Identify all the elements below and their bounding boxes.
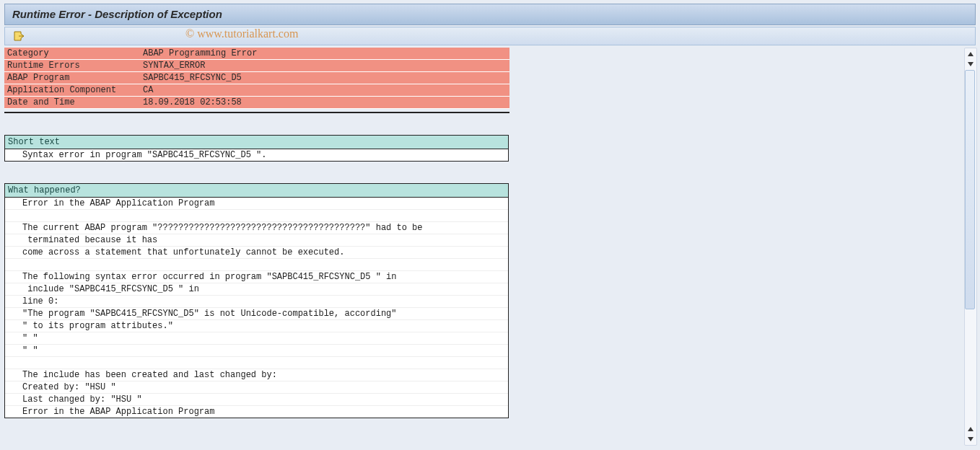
summary-row: CategoryABAP Programming Error xyxy=(4,48,509,60)
summary-label: Runtime Errors xyxy=(4,60,140,72)
text-line xyxy=(5,356,508,369)
text-line: Error in the ABAP Application Program xyxy=(5,198,508,209)
short-text-body: Syntax error in program "SAPBC415_RFCSYN… xyxy=(5,149,508,161)
summary-value: SAPBC415_RFCSYNC_D5 xyxy=(140,72,509,84)
text-line: The include has been created and last ch… xyxy=(5,369,508,381)
text-line: line 0: xyxy=(5,295,508,307)
text-line: Syntax error in program "SAPBC415_RFCSYN… xyxy=(5,149,508,161)
scroll-down-icon[interactable] xyxy=(966,59,976,69)
text-line: come across a statement that unfortunate… xyxy=(5,246,508,258)
summary-label: Date and Time xyxy=(4,97,140,109)
summary-value: SYNTAX_ERROR xyxy=(140,60,509,72)
watermark-text: © www.tutorialkart.com xyxy=(185,27,298,40)
exit-icon[interactable] xyxy=(12,30,25,43)
summary-row: Runtime ErrorsSYNTAX_ERROR xyxy=(4,60,509,72)
text-line: The following syntax error occurred in p… xyxy=(5,270,508,283)
window-title-bar: Runtime Error - Description of Exception xyxy=(4,4,976,25)
scroll-track[interactable] xyxy=(966,70,975,423)
summary-row: Date and Time18.09.2018 02:53:58 xyxy=(4,97,509,109)
text-line: " to its program attributes." xyxy=(5,319,508,332)
text-line: " " xyxy=(5,332,508,344)
text-line: include "SAPBC415_RFCSYNC_D5 " in xyxy=(5,283,508,295)
text-line: terminated because it has xyxy=(5,234,508,246)
summary-label: ABAP Program xyxy=(4,72,140,84)
text-line: Error in the ABAP Application Program xyxy=(5,405,508,418)
text-line: The current ABAP program "??????????????… xyxy=(5,221,508,234)
summary-label: Category xyxy=(4,48,140,60)
summary-row: ABAP ProgramSAPBC415_RFCSYNC_D5 xyxy=(4,72,509,84)
what-happened-section: What happened? Error in the ABAP Applica… xyxy=(4,183,509,418)
summary-value: CA xyxy=(140,84,509,97)
what-happened-body: Error in the ABAP Application Program Th… xyxy=(5,198,508,418)
summary-value: 18.09.2018 02:53:58 xyxy=(140,97,509,109)
scroll-up-icon[interactable] xyxy=(966,49,976,59)
text-line: Created by: "HSU " xyxy=(5,381,508,393)
summary-underline xyxy=(4,112,509,113)
text-line xyxy=(5,209,508,221)
vertical-scrollbar[interactable] xyxy=(964,48,977,446)
content-area: CategoryABAP Programming ErrorRuntime Er… xyxy=(4,48,964,446)
window-title: Runtime Error - Description of Exception xyxy=(12,8,222,20)
text-line: Last changed by: "HSU " xyxy=(5,393,508,405)
summary-label: Application Component xyxy=(4,84,140,97)
scroll-up-icon[interactable] xyxy=(966,424,976,434)
scroll-thumb[interactable] xyxy=(965,70,975,309)
text-line xyxy=(5,258,508,270)
what-happened-header: What happened? xyxy=(5,184,508,198)
summary-row: Application ComponentCA xyxy=(4,84,509,97)
short-text-header: Short text xyxy=(5,136,508,149)
scroll-down-icon[interactable] xyxy=(966,434,976,444)
error-summary-table: CategoryABAP Programming ErrorRuntime Er… xyxy=(4,48,509,109)
text-line: " " xyxy=(5,344,508,356)
short-text-section: Short text Syntax error in program "SAPB… xyxy=(4,135,509,162)
summary-value: ABAP Programming Error xyxy=(140,48,509,60)
toolbar: © www.tutorialkart.com xyxy=(4,27,976,45)
text-line: "The program "SAPBC415_RFCSYNC_D5" is no… xyxy=(5,307,508,319)
